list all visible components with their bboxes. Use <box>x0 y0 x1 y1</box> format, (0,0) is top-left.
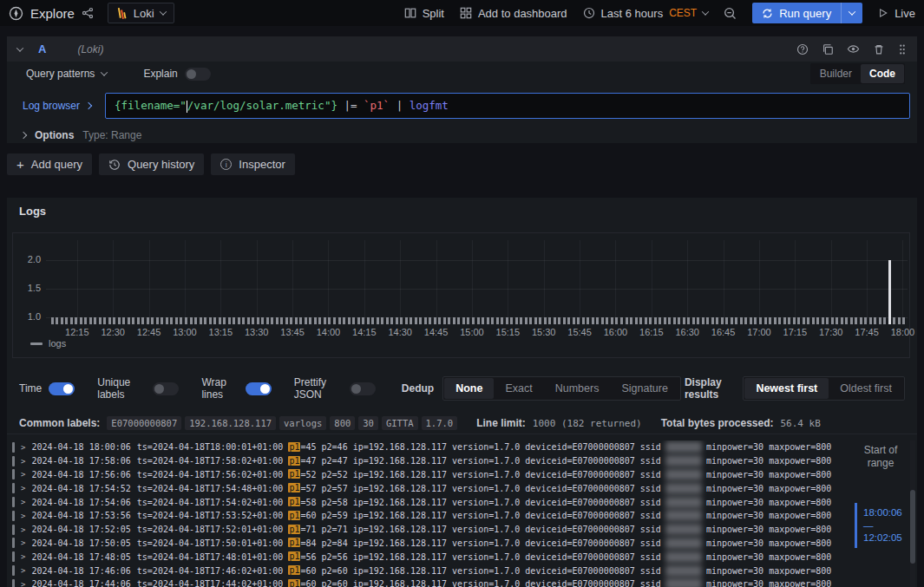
log-row[interactable]: >2024-04-18 17:54:52ts=2024-04-18T17:54:… <box>7 481 910 495</box>
expand-row-icon[interactable]: > <box>21 525 25 534</box>
log-row[interactable]: >2024-04-18 17:46:06ts=2024-04-18T17:46:… <box>7 564 910 577</box>
histogram-bar <box>822 317 824 324</box>
histogram-bar <box>626 317 628 324</box>
log-line: ts=2024-04-18T17:48:01+01:00 p1=56 p2=56… <box>137 551 832 563</box>
radio-option[interactable]: Oldest first <box>829 378 903 399</box>
query-options-row[interactable]: Options Type: Range <box>7 127 917 143</box>
expand-row-icon[interactable]: > <box>21 580 25 587</box>
log-row[interactable]: >2024-04-18 17:50:05ts=2024-04-18T17:50:… <box>7 537 910 551</box>
split-button[interactable]: Split <box>404 7 444 20</box>
zoom-out-icon[interactable] <box>724 7 737 20</box>
log-row[interactable]: >2024-04-18 17:58:06ts=2024-04-18T17:58:… <box>7 454 910 468</box>
delete-query-trash-icon[interactable] <box>873 43 885 55</box>
toggle-switch[interactable] <box>153 382 179 395</box>
x-axis-tick: 14:15 <box>352 327 377 337</box>
toggle-unique-labels: Unique labels <box>97 376 179 401</box>
expand-row-icon[interactable]: > <box>21 566 25 575</box>
range-end-time: 12:02:05 <box>863 532 902 545</box>
expand-row-icon[interactable]: > <box>21 512 25 520</box>
log-row[interactable]: >2024-04-18 17:56:06ts=2024-04-18T17:56:… <box>7 468 910 482</box>
toggle-switch[interactable] <box>246 382 272 395</box>
tab-code[interactable]: Code <box>861 64 904 83</box>
y-axis-tick: 1.5 <box>18 283 41 293</box>
explain-toggle[interactable] <box>185 68 211 81</box>
histogram-bar <box>299 317 302 324</box>
hide-query-eye-icon[interactable] <box>847 42 860 55</box>
tab-builder[interactable]: Builder <box>811 64 861 83</box>
expand-row-icon[interactable]: > <box>21 443 25 452</box>
legend-label[interactable]: logs <box>49 338 66 349</box>
inspector-button[interactable]: i Inspector <box>211 153 294 175</box>
live-button[interactable]: Live <box>878 7 915 20</box>
log-line: ts=2024-04-18T17:53:52+01:00 p1=60 p2=59… <box>137 510 832 521</box>
redacted-ssid-blur <box>665 483 702 494</box>
log-row[interactable]: >2024-04-18 17:52:05ts=2024-04-18T17:52:… <box>7 523 910 537</box>
log-row[interactable]: >2024-04-18 17:48:05ts=2024-04-18T17:48:… <box>7 550 910 564</box>
log-timestamp: 2024-04-18 17:52:05 <box>31 525 130 534</box>
log-line: ts=2024-04-18T17:50:01+01:00 p1=84 p2=84… <box>137 538 832 549</box>
navbar-actions: Split Add to dashboard Last 6 hours CEST <box>404 3 915 23</box>
histogram-bar <box>381 317 383 324</box>
radio-option[interactable]: Exact <box>494 378 543 399</box>
chart-plot-area[interactable]: 12:1512:3012:4513:0013:1513:3013:4514:00… <box>46 233 908 324</box>
query-history-button[interactable]: Query history <box>99 153 204 175</box>
radio-option[interactable]: None <box>444 378 494 399</box>
histogram-bar <box>434 317 436 324</box>
expand-row-icon[interactable]: > <box>21 484 25 492</box>
histogram-bar <box>233 317 235 324</box>
total-bytes-label: Total bytes processed: <box>661 417 774 429</box>
expand-row-icon[interactable]: > <box>21 552 25 561</box>
histogram-bar <box>855 317 857 324</box>
log-browser-button[interactable]: Log browser <box>14 100 100 112</box>
expand-row-icon[interactable]: > <box>21 498 25 506</box>
toggle-switch[interactable] <box>49 382 75 395</box>
radio-option[interactable]: Signature <box>610 378 679 399</box>
run-query-button[interactable]: Run query <box>752 3 862 23</box>
log-row[interactable]: >2024-04-18 17:54:06ts=2024-04-18T17:54:… <box>7 495 910 509</box>
split-icon <box>404 7 416 19</box>
log-timestamp: 2024-04-18 18:00:06 <box>31 442 130 452</box>
redacted-ssid-blur <box>665 578 702 587</box>
toggle-switch[interactable] <box>350 382 376 395</box>
radio-option[interactable]: Numbers <box>544 378 611 399</box>
grafana-explore-page: Explore Loki Split Add to dashboard <box>0 0 924 587</box>
search-match-highlight: p1 <box>288 565 300 575</box>
add-query-button[interactable]: + Add query <box>7 153 92 175</box>
query-patterns-dropdown[interactable]: Query patterns <box>19 64 114 83</box>
help-circle-icon[interactable] <box>796 43 809 55</box>
run-query-dropdown[interactable] <box>841 3 862 23</box>
histogram-bar <box>477 317 480 324</box>
query-header-icons <box>796 42 907 55</box>
histogram-bar <box>525 317 528 324</box>
histogram-bar <box>491 317 494 324</box>
histogram-bar <box>457 317 460 324</box>
redacted-ssid-blur <box>665 441 702 453</box>
expand-row-icon[interactable]: > <box>21 457 25 466</box>
info-circle-icon: i <box>220 159 232 170</box>
log-row[interactable]: >2024-04-18 17:53:56ts=2024-04-18T17:53:… <box>7 509 910 523</box>
x-axis-tick: 15:45 <box>567 327 592 337</box>
expand-row-icon[interactable]: > <box>21 538 25 547</box>
histogram-bar <box>396 317 398 324</box>
datasource-picker[interactable]: Loki <box>108 3 174 23</box>
share-icon[interactable] <box>82 7 94 19</box>
display-results-label: Display results <box>685 376 734 401</box>
add-to-dashboard-button[interactable]: Add to dashboard <box>460 7 567 20</box>
redacted-ssid-blur <box>665 551 702 563</box>
histogram-bar <box>147 317 149 324</box>
search-match-highlight: p1 <box>288 497 300 506</box>
time-range-picker[interactable]: Last 6 hours CEST <box>583 7 709 20</box>
histogram-bar <box>563 317 566 324</box>
redacted-ssid-blur <box>665 538 702 549</box>
log-row[interactable]: >2024-04-18 17:44:06ts=2024-04-18T17:44:… <box>7 577 910 587</box>
radio-option[interactable]: Newest first <box>744 378 829 399</box>
scrollbar-thumb[interactable] <box>910 490 915 564</box>
duplicate-query-icon[interactable] <box>822 43 834 55</box>
histogram-bar <box>166 317 168 324</box>
query-code-input[interactable]: {filename="/var/log/solar.metric"} |= `p… <box>105 93 910 119</box>
log-level-indicator <box>12 525 15 535</box>
drag-handle-icon[interactable] <box>898 43 907 55</box>
log-row[interactable]: >2024-04-18 18:00:06ts=2024-04-18T18:00:… <box>7 440 910 454</box>
collapse-query-icon[interactable] <box>16 44 23 51</box>
expand-row-icon[interactable]: > <box>21 470 25 479</box>
